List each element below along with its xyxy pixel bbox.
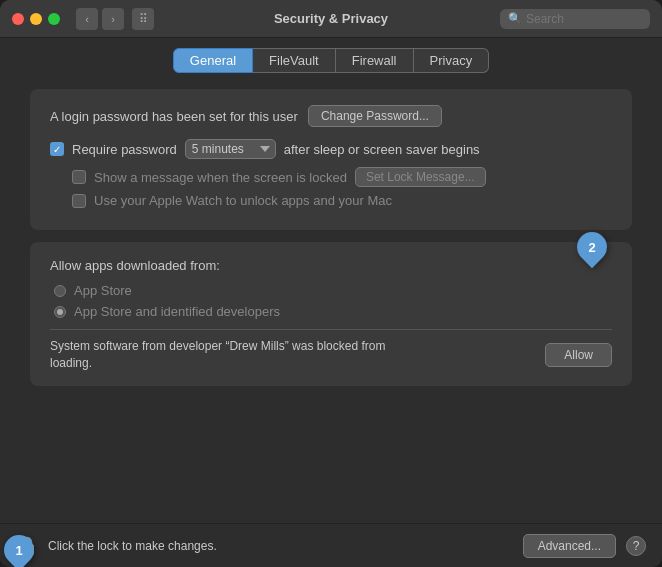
tab-general[interactable]: General [173,48,253,73]
show-message-label: Show a message when the screen is locked [94,170,347,185]
password-notice-text: A login password has been set for this u… [50,109,298,124]
search-icon: 🔍 [508,12,522,25]
minimize-button[interactable] [30,13,42,25]
password-timeout-dropdown[interactable]: 5 minutes immediately 5 seconds 1 minute… [185,139,276,159]
app-store-label: App Store [74,283,132,298]
app-store-developers-label: App Store and identified developers [74,304,280,319]
tab-privacy[interactable]: Privacy [414,48,490,73]
lock-text: Click the lock to make changes. [48,539,513,553]
tabs-bar: General FileVault Firewall Privacy [0,38,662,73]
tab-filevault[interactable]: FileVault [253,48,336,73]
show-message-row: Show a message when the screen is locked… [50,167,612,187]
require-password-checkbox[interactable]: ✓ [50,142,64,156]
after-sleep-label: after sleep or screen saver begins [284,142,480,157]
advanced-button[interactable]: Advanced... [523,534,616,558]
apple-watch-checkbox[interactable] [72,194,86,208]
apple-watch-row: Use your Apple Watch to unlock apps and … [50,193,612,208]
blocked-software-row: System software from developer “Drew Mil… [50,329,612,376]
password-section: A login password has been set for this u… [30,89,632,230]
change-password-button[interactable]: Change Password... [308,105,442,127]
bottom-bar: 1 🔒 Click the lock to make changes. Adva… [0,523,662,567]
titlebar: ‹ › ⠿ Security & Privacy 🔍 [0,0,662,38]
search-input[interactable] [526,12,642,26]
maximize-button[interactable] [48,13,60,25]
search-bar: 🔍 [500,9,650,29]
app-store-developers-radio[interactable] [54,306,66,318]
apple-watch-label: Use your Apple Watch to unlock apps and … [94,193,392,208]
require-password-label: Require password [72,142,177,157]
require-password-row: ✓ Require password 5 minutes immediately… [50,139,612,159]
app-store-radio-option[interactable]: App Store [50,283,612,298]
window: ‹ › ⠿ Security & Privacy 🔍 General FileV… [0,0,662,567]
close-button[interactable] [12,13,24,25]
back-button[interactable]: ‹ [76,8,98,30]
tab-firewall[interactable]: Firewall [336,48,414,73]
window-title: Security & Privacy [274,11,388,26]
forward-button[interactable]: › [102,8,124,30]
allow-apps-title: Allow apps downloaded from: [50,258,612,273]
content-area: A login password has been set for this u… [0,73,662,523]
app-store-radio[interactable] [54,285,66,297]
set-lock-message-button[interactable]: Set Lock Message... [355,167,486,187]
blocked-software-text: System software from developer “Drew Mil… [50,338,430,372]
allow-button[interactable]: Allow [545,343,612,367]
help-button[interactable]: ? [626,536,646,556]
show-message-checkbox[interactable] [72,170,86,184]
app-store-developers-radio-option[interactable]: App Store and identified developers [50,304,612,319]
password-notice-row: A login password has been set for this u… [50,105,612,127]
allow-apps-wrapper: Allow apps downloaded from: App Store Ap… [30,242,632,386]
grid-button[interactable]: ⠿ [132,8,154,30]
allow-apps-section: Allow apps downloaded from: App Store Ap… [30,242,632,386]
